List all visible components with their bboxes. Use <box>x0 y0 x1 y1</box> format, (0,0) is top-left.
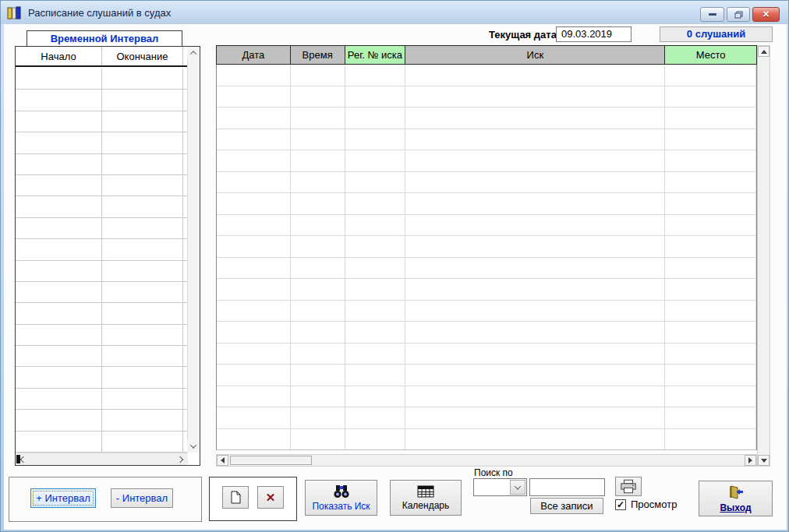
grid-cell <box>102 282 183 302</box>
interval-table-hscrollbar[interactable] <box>16 453 188 465</box>
grid-cell <box>102 410 183 430</box>
grid-cell <box>405 65 665 86</box>
close-button[interactable]: ✕ <box>752 7 780 22</box>
check-icon: ✓ <box>617 499 624 510</box>
grid-cell <box>405 258 665 279</box>
scroll-down-button[interactable] <box>758 455 770 466</box>
grid-cell <box>102 111 183 132</box>
scroll-left-button[interactable] <box>217 455 228 466</box>
interval-grid-row <box>16 239 187 260</box>
grid-cell <box>16 239 102 259</box>
interval-grid-row <box>16 325 187 346</box>
main-table-header: ДатаВремяРег. № искаИскМесто <box>216 45 757 65</box>
main-grid-row <box>217 236 756 258</box>
grid-cell <box>665 322 756 343</box>
main-table-hscrollbar[interactable] <box>216 454 757 467</box>
grid-cell <box>665 301 756 322</box>
grid-cell <box>345 65 406 86</box>
grid-cell <box>665 150 756 171</box>
grid-cell <box>291 322 345 343</box>
search-input[interactable] <box>529 478 605 496</box>
grid-cell <box>102 175 183 196</box>
calendar-grid-icon <box>417 485 434 498</box>
scroll-right-button[interactable] <box>174 453 186 466</box>
new-record-button[interactable] <box>222 486 249 509</box>
grid-cell <box>16 111 102 132</box>
grid-cell <box>217 193 291 214</box>
grid-cell <box>102 239 183 259</box>
main-column-header-4: Место <box>665 46 756 64</box>
grid-cell <box>665 279 756 300</box>
grid-cell <box>217 172 291 193</box>
show-claim-button[interactable]: Показать Иск <box>305 480 377 516</box>
grid-cell <box>217 344 291 365</box>
grid-cell <box>345 107 406 129</box>
grid-cell <box>345 301 406 322</box>
scroll-left-button[interactable] <box>17 453 30 466</box>
grid-cell <box>102 218 183 238</box>
grid-cell <box>217 215 291 236</box>
remove-interval-button[interactable]: - Интервал <box>111 488 173 508</box>
interval-table-header: НачалоОкончание <box>16 47 187 67</box>
grid-cell <box>405 365 665 386</box>
grid-cell <box>405 172 665 193</box>
print-button[interactable] <box>615 477 642 496</box>
window-title: Расписание слушаний в судах <box>28 7 171 19</box>
interval-table[interactable]: НачалоОкончание <box>15 46 200 466</box>
restore-button[interactable] <box>727 7 750 22</box>
grid-cell <box>345 429 406 450</box>
calendar-button[interactable]: Календарь <box>390 480 462 516</box>
grid-cell <box>405 107 665 129</box>
grid-cell <box>217 322 291 343</box>
grid-cell <box>665 193 756 214</box>
grid-cell <box>291 65 345 86</box>
grid-cell <box>217 279 291 300</box>
grid-cell <box>102 303 183 323</box>
hscroll-thumb[interactable] <box>230 456 312 465</box>
books-icon <box>7 6 23 19</box>
interval-grid-row <box>16 432 187 453</box>
interval-table-body[interactable] <box>16 69 187 453</box>
grid-cell <box>665 107 756 129</box>
search-field-combobox[interactable] <box>473 478 527 496</box>
preview-checkbox[interactable]: ✓ <box>615 499 626 510</box>
grid-cell <box>16 367 102 387</box>
interval-grid-row <box>16 261 187 282</box>
grid-cell <box>16 389 102 409</box>
preview-label: Просмотр <box>631 499 677 510</box>
main-grid-row <box>217 386 756 408</box>
binoculars-icon <box>333 484 350 499</box>
restore-icon <box>734 11 743 19</box>
delete-record-button[interactable]: ✕ <box>257 486 284 509</box>
scroll-up-button[interactable] <box>187 47 200 59</box>
main-grid-row <box>217 407 756 429</box>
show-claim-label: Показать Иск <box>312 501 370 512</box>
scroll-up-button[interactable] <box>758 46 770 57</box>
grid-cell <box>665 344 756 365</box>
grid-cell <box>665 258 756 279</box>
exit-button[interactable]: Выход <box>699 481 773 516</box>
window-controls: ✕ <box>700 7 780 22</box>
interval-grid-row <box>16 154 187 175</box>
main-grid-row <box>217 86 756 108</box>
grid-cell <box>102 261 183 281</box>
grid-cell <box>217 386 291 407</box>
add-interval-button[interactable]: + Интервал <box>30 488 96 508</box>
current-date-field[interactable]: 09.03.2019 <box>556 26 632 42</box>
main-table-body[interactable] <box>216 65 757 450</box>
all-records-button[interactable]: Все записи <box>530 498 603 514</box>
interval-grid-row <box>16 69 187 90</box>
main-table-vscrollbar[interactable] <box>757 45 770 467</box>
scroll-down-button[interactable] <box>187 440 200 453</box>
grid-cell <box>405 386 665 407</box>
interval-column-header-1: Окончание <box>102 47 183 65</box>
combo-dropdown-button[interactable] <box>510 480 525 495</box>
grid-cell <box>291 150 345 171</box>
main-grid-row <box>217 65 756 86</box>
minimize-button[interactable] <box>700 7 724 22</box>
grid-cell <box>291 344 345 365</box>
grid-cell <box>405 193 665 214</box>
scroll-right-button[interactable] <box>745 455 756 466</box>
interval-table-vscrollbar[interactable] <box>187 47 200 453</box>
calendar-label: Календарь <box>402 500 450 511</box>
